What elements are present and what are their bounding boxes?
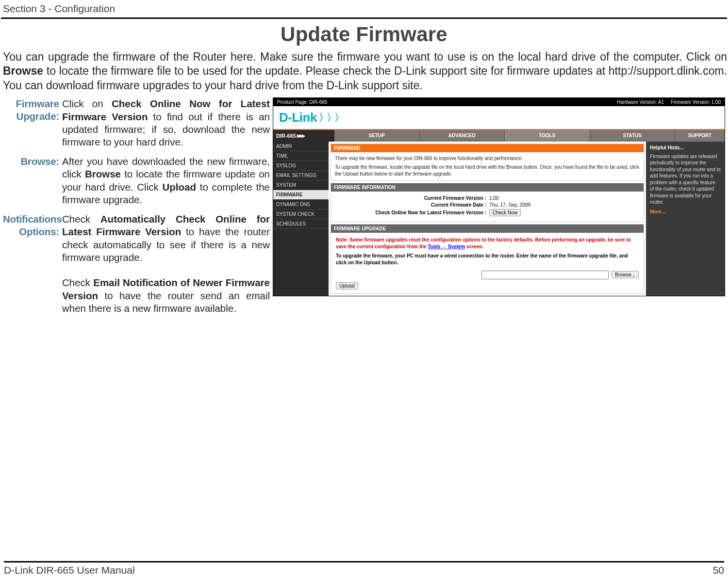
- helpful-hints-panel: Helpful Hints... Firmware updates are re…: [646, 142, 725, 296]
- def-term-notifications: Notifications Options:: [3, 213, 62, 238]
- panel-firmware-head: FIRMWARE: [331, 144, 644, 152]
- sidenav-schedules[interactable]: SCHEDULES: [273, 219, 329, 229]
- dlink-logo-text: D-Link: [279, 110, 317, 125]
- panel-firmware-line2: To upgrade the firmware, locate the upgr…: [335, 164, 640, 177]
- footer-left: D-Link DIR-665 User Manual: [4, 564, 135, 576]
- router-screenshot: Product Page: DIR-665 Hardware Version: …: [273, 97, 725, 296]
- panel-firmware-upgrade-head: FIRMWARE UPGRADE: [331, 225, 644, 233]
- text: Check: [62, 277, 93, 288]
- bold: Upload: [162, 181, 196, 193]
- sidenav-email-settings[interactable]: EMAIL SETTINGS: [273, 171, 329, 180]
- footer-rule: [4, 561, 724, 563]
- def-desc-notifications: Check Automatically Check Online for Lat…: [62, 213, 270, 315]
- warn-text-2: screen.: [465, 244, 484, 249]
- bold: Browse: [85, 168, 121, 179]
- tools-system-link[interactable]: Tools → System: [428, 244, 465, 249]
- sidenav-system[interactable]: SYSTEM: [273, 180, 329, 190]
- dlink-arcs-icon: 〉〉〉: [319, 111, 342, 124]
- tab-setup[interactable]: SETUP: [334, 130, 420, 142]
- def-term-browse: Browse:: [3, 155, 62, 168]
- firmware-file-input[interactable]: [481, 271, 609, 279]
- tab-tools[interactable]: TOOLS: [505, 130, 590, 142]
- check-online-label: Check Online Now for Latest Firmware Ver…: [336, 210, 486, 215]
- def-browse: Browse: After you have downloaded the ne…: [3, 155, 270, 206]
- firmware-upgrade-note: To upgrade the firmware, your PC must ha…: [336, 253, 639, 266]
- model-text: DIR-665: [276, 133, 296, 139]
- dlink-logo: D-Link 〉〉〉: [279, 110, 342, 125]
- current-date-label: Current Firmware Date :: [336, 202, 486, 208]
- def-desc-browse: After you have downloaded the new firmwa…: [62, 155, 270, 206]
- panel-firmware: FIRMWARE There may be new firmware for y…: [331, 144, 644, 181]
- panel-firmware-upgrade: FIRMWARE UPGRADE Note: Some firmware upg…: [331, 224, 644, 294]
- intro-paragraph: You can upgrade the firmware of the Rout…: [0, 50, 728, 93]
- intro-text-2: to locate the firmware file to be used f…: [3, 64, 727, 91]
- current-version-value: 1.00: [489, 195, 498, 201]
- tab-status[interactable]: STATUS: [590, 130, 676, 142]
- tab-advanced[interactable]: ADVANCED: [420, 130, 505, 142]
- current-date-value: Thu, 17, Sep, 2009: [489, 202, 530, 208]
- helpful-hints-head: Helpful Hints...: [650, 145, 721, 151]
- section-header: Section 3 - Configuration: [0, 0, 728, 16]
- definitions-column: Firmware Upgrade: Click on Check Online …: [3, 97, 270, 322]
- def-term-firmware-upgrade: Firmware Upgrade:: [3, 97, 62, 122]
- panel-firmware-upgrade-body: Note: Some firmware upgrades reset the c…: [331, 233, 644, 293]
- sidenav-system-check[interactable]: SYSTEM CHECK: [273, 209, 329, 219]
- page-title: Update Firmware: [0, 23, 728, 46]
- sidenav-time[interactable]: TIME: [273, 151, 329, 161]
- def-firmware-upgrade: Firmware Upgrade: Click on Check Online …: [3, 97, 270, 148]
- model-label: DIR-665 ▶▶▶: [273, 130, 334, 142]
- text: Check: [62, 213, 100, 225]
- sidenav-dynamic-dns[interactable]: DYNAMIC DNS: [273, 200, 329, 209]
- router-nav: DIR-665 ▶▶▶ SETUP ADVANCED TOOLS STATUS …: [273, 129, 725, 142]
- page-footer: D-Link DIR-665 User Manual 50: [0, 561, 728, 576]
- intro-text: You can upgrade the firmware of the Rout…: [3, 50, 727, 63]
- helpful-hints-more-link[interactable]: More...: [650, 209, 721, 215]
- def-desc-firmware-upgrade: Click on Check Online Now for Latest Fir…: [62, 97, 270, 148]
- panel-firmware-line1: There may be new firmware for your DIR-6…: [335, 155, 640, 162]
- panel-firmware-info: FIRMWARE INFORMATION Current Firmware Ve…: [331, 183, 644, 222]
- helpful-hints-body: Firmware updates are released periodical…: [650, 153, 721, 206]
- sidenav-firmware[interactable]: FIRMWARE: [273, 190, 329, 200]
- product-page-label: Product Page: DIR-665: [277, 99, 327, 105]
- text: Click on: [62, 98, 112, 109]
- current-version-label: Current Firmware Version :: [336, 195, 486, 201]
- sidenav-syslog[interactable]: SYSLOG: [273, 161, 329, 171]
- tab-support[interactable]: SUPPORT: [675, 130, 725, 142]
- panel-firmware-info-body: Current Firmware Version : 1.00 Current …: [331, 192, 644, 222]
- router-main-panel: FIRMWARE There may be new firmware for y…: [329, 142, 646, 296]
- sidenav-admin[interactable]: ADMIN: [273, 142, 329, 151]
- panel-firmware-info-head: FIRMWARE INFORMATION: [331, 183, 644, 192]
- router-logo-bar: D-Link 〉〉〉: [273, 106, 725, 129]
- router-top-bar: Product Page: DIR-665 Hardware Version: …: [273, 98, 725, 106]
- def-notifications: Notifications Options: Check Automatical…: [3, 213, 270, 315]
- intro-bold-browse: Browse: [3, 64, 43, 77]
- section-rule: [1, 17, 727, 19]
- chevron-icon: ▶▶▶: [297, 133, 304, 138]
- hardware-version-label: Hardware Version: A1: [617, 99, 664, 105]
- browse-button[interactable]: Browse...: [612, 271, 639, 278]
- router-sidenav: ADMIN TIME SYSLOG EMAIL SETTINGS SYSTEM …: [273, 142, 329, 296]
- check-now-button[interactable]: Check Now: [489, 209, 521, 216]
- firmware-upgrade-warning: Note: Some firmware upgrades reset the c…: [336, 237, 639, 250]
- footer-page-number: 50: [713, 564, 724, 576]
- firmware-version-label: Firmware Version: 1.00: [671, 99, 721, 105]
- panel-firmware-body: There may be new firmware for your DIR-6…: [331, 152, 644, 180]
- upload-button[interactable]: Upload: [336, 282, 358, 290]
